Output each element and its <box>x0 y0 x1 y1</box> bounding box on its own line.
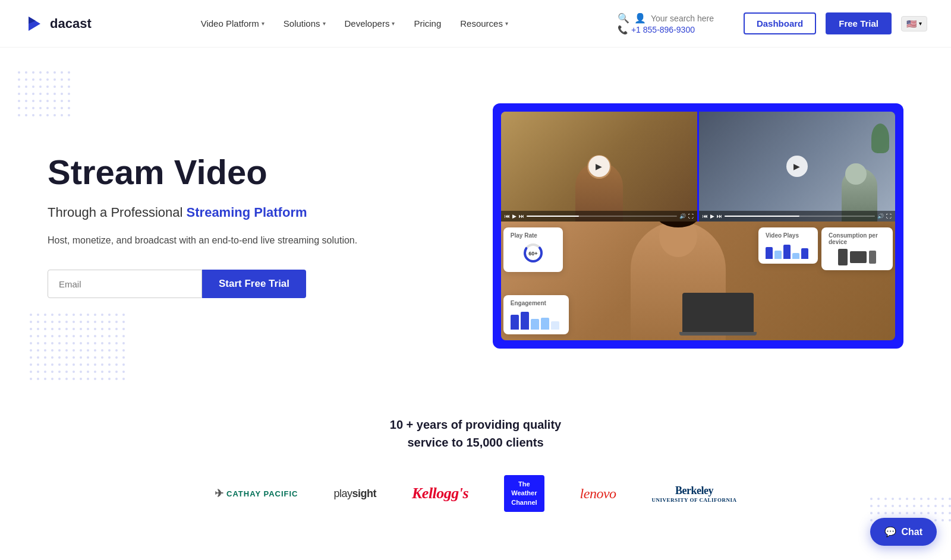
video-control-icon[interactable]: ⏭ <box>519 213 524 219</box>
video-plays-label: Video Plays <box>766 232 811 239</box>
hero-content: Stream Video Through a Professional Stre… <box>48 153 380 299</box>
trust-headline: 10 + years of providing quality service … <box>24 416 927 451</box>
account-icon: 👤 <box>634 12 646 24</box>
video-control-icon[interactable]: ⏮ <box>505 213 510 219</box>
hero-video-preview: VIDEO A ▶ ⏮ ▶ ⏭ 🔊 ⛶ <box>493 103 903 349</box>
trust-bar: 10 + years of providing quality service … <box>0 392 951 524</box>
search-icon: 🔍 <box>618 12 629 24</box>
hero-description: Host, monetize, and broadcast with an en… <box>48 232 380 248</box>
play-rate-card: Play Rate 60+ <box>503 227 563 272</box>
phone-icon: 📞 <box>618 25 628 34</box>
trust-section: 10 + years of providing quality service … <box>0 392 951 524</box>
video-content: VIDEO A ▶ ⏮ ▶ ⏭ 🔊 ⛶ <box>501 112 895 340</box>
search-area: 🔍 👤 📞 +1 855-896-9300 <box>618 12 734 34</box>
chevron-down-icon: ▾ <box>392 20 395 27</box>
phone-number: +1 855-896-9300 <box>631 25 695 34</box>
search-input[interactable] <box>651 14 734 23</box>
fullscreen-icon[interactable]: ⛶ <box>886 213 892 219</box>
logo-berkeley: Berkeley UNIVERSITY OF CALIFORNIA <box>652 485 737 503</box>
dashboard-button[interactable]: Dashboard <box>744 12 816 34</box>
free-trial-button[interactable]: Free Trial <box>826 12 892 34</box>
engagement-card: Engagement <box>503 295 569 334</box>
client-logos: ✈ CATHAY PACIFIC playsight Kellogg's The… <box>24 475 927 512</box>
flag-icon: 🇺🇸 <box>906 19 917 29</box>
engagement-label: Engagement <box>511 300 562 306</box>
volume-icon[interactable]: 🔊 <box>679 213 686 219</box>
dots-decoration-tl <box>18 71 70 116</box>
streaming-platform-link[interactable]: Streaming Platform <box>187 205 307 220</box>
consumption-label: Consumption per device <box>829 232 886 245</box>
video-control-icon[interactable]: ▶ <box>710 213 714 219</box>
consumption-card: Consumption per device <box>821 227 893 270</box>
nav-resources[interactable]: Resources ▾ <box>460 18 508 29</box>
logo-cathay-pacific: ✈ CATHAY PACIFIC <box>215 487 298 500</box>
main-nav: Video Platform ▾ Solutions ▾ Developers … <box>201 18 508 29</box>
video-frame: VIDEO A ▶ ⏮ ▶ ⏭ 🔊 ⛶ <box>493 103 903 349</box>
hero-title: Stream Video <box>48 153 380 191</box>
play-rate-label: Play Rate <box>511 232 556 239</box>
video-control-icon[interactable]: ⏮ <box>703 213 708 219</box>
logo-kelloggs: Kellogg's <box>412 485 468 502</box>
site-header: dacast Video Platform ▾ Solutions ▾ Deve… <box>0 0 951 48</box>
chevron-down-icon: ▾ <box>262 20 264 27</box>
nav-pricing[interactable]: Pricing <box>414 18 441 29</box>
video-control-icon[interactable]: ▶ <box>512 213 517 219</box>
header-actions: 🔍 👤 📞 +1 855-896-9300 Dashboard Free Tri… <box>618 12 927 34</box>
hero-subtitle: Through a Professional Streaming Platfor… <box>48 205 380 220</box>
language-selector[interactable]: 🇺🇸 ▾ <box>901 16 927 31</box>
volume-icon[interactable]: 🔊 <box>877 213 884 219</box>
start-free-trial-button[interactable]: Start Free Trial <box>202 270 306 298</box>
chat-button[interactable]: 💬 Chat <box>870 518 937 524</box>
nav-video-platform[interactable]: Video Platform ▾ <box>201 18 264 29</box>
chevron-down-icon: ▾ <box>505 20 508 27</box>
email-input[interactable] <box>48 270 202 298</box>
logo[interactable]: dacast <box>24 13 92 34</box>
play-button-b[interactable]: ▶ <box>786 156 808 177</box>
nav-solutions[interactable]: Solutions ▾ <box>284 18 326 29</box>
video-plays-card: Video Plays <box>758 227 818 264</box>
chevron-down-icon: ▾ <box>919 20 922 27</box>
play-rate-chart: 60+ <box>521 241 545 265</box>
logo-text: dacast <box>50 16 92 31</box>
chevron-down-icon: ▾ <box>323 20 326 27</box>
logo-weather-channel: TheWeatherChannel <box>504 475 544 512</box>
video-cell-a: VIDEO A ▶ ⏮ ▶ ⏭ 🔊 ⛶ <box>501 112 697 222</box>
video-control-icon[interactable]: ⏭ <box>717 213 722 219</box>
dots-decoration-bl <box>30 314 125 380</box>
video-cell-b: VIDEO B ▶ ⏮ ▶ ⏭ 🔊 ⛶ <box>699 112 895 222</box>
hero-section: Stream Video Through a Professional Stre… <box>0 48 951 392</box>
play-button-a[interactable]: ▶ <box>588 156 610 177</box>
svg-text:60+: 60+ <box>528 251 537 257</box>
fullscreen-icon[interactable]: ⛶ <box>688 213 694 219</box>
logo-playsight: playsight <box>333 488 376 500</box>
trial-signup-form: Start Free Trial <box>48 270 380 298</box>
logo-lenovo: lenovo <box>580 486 616 502</box>
nav-developers[interactable]: Developers ▾ <box>345 18 395 29</box>
